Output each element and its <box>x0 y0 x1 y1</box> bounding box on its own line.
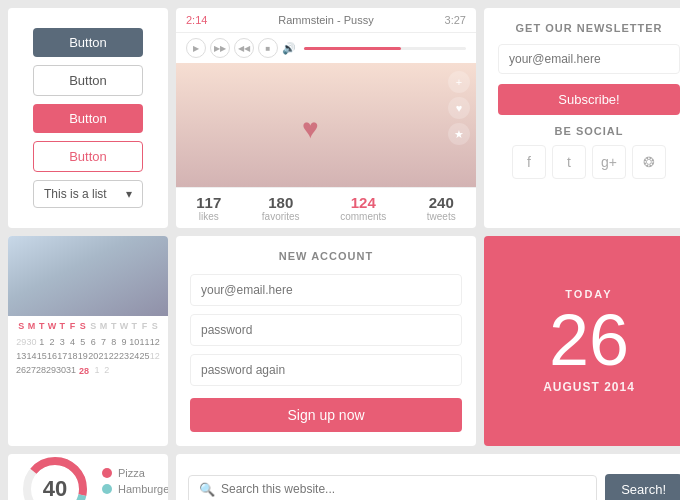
cal-8[interactable]: 8 <box>109 335 119 349</box>
calendar-image <box>8 236 168 316</box>
cal-hdr-s3: S <box>88 320 98 332</box>
subscribe-button[interactable]: Subscribe! <box>498 84 680 115</box>
legend-dot-hamburgers <box>102 484 112 494</box>
cal-14[interactable]: 14 <box>26 349 36 363</box>
donut-chart: 40 <box>20 454 90 500</box>
donut-number: 40 <box>43 476 67 500</box>
account-password-input[interactable] <box>190 314 462 346</box>
heart-icon: ♥ <box>302 113 319 145</box>
cal-23[interactable]: 23 <box>119 349 129 363</box>
progress-bar[interactable] <box>304 47 466 50</box>
cal-hdr-t3: T <box>109 320 119 332</box>
cal-12b[interactable]: 12 <box>150 349 160 363</box>
account-panel: NEW ACCOUNT Sign up now <box>176 236 476 446</box>
calendar-table: S M T W T F S S M T W T F S 29 30 1 2 <box>8 316 168 446</box>
cal-25[interactable]: 25 <box>139 349 149 363</box>
legend-item-pizza: Pizza 43% <box>102 467 168 479</box>
cal-30b[interactable]: 30 <box>56 363 66 379</box>
cal-16[interactable]: 16 <box>47 349 57 363</box>
cal-15[interactable]: 15 <box>37 349 47 363</box>
today-label: TODAY <box>565 288 612 300</box>
comments-label: comments <box>340 211 386 222</box>
cal-26[interactable]: 26 <box>16 363 26 379</box>
player-controls: ▶ ▶▶ ◀◀ ■ 🔊 <box>176 33 476 63</box>
cal-12[interactable]: 12 <box>150 335 160 349</box>
cal-row-2: 13 14 15 16 17 18 19 20 21 22 23 24 25 1… <box>16 349 160 363</box>
cal-2[interactable]: 2 <box>47 335 57 349</box>
buttons-panel: Button Button Button Button This is a li… <box>8 8 168 228</box>
cal-24[interactable]: 24 <box>129 349 139 363</box>
time-total: 3:27 <box>442 14 466 26</box>
cal-5[interactable]: 5 <box>78 335 88 349</box>
cal-4[interactable]: 4 <box>67 335 77 349</box>
newsletter-email-input[interactable] <box>498 44 680 74</box>
likes-count: 117 <box>196 194 221 211</box>
button-dark[interactable]: Button <box>33 28 143 57</box>
search-input[interactable] <box>221 482 586 496</box>
cal-hdr-s4: S <box>150 320 160 332</box>
cal-3[interactable]: 3 <box>57 335 67 349</box>
dropdown-button[interactable]: This is a list ▾ <box>33 180 143 208</box>
cal-10[interactable]: 10 <box>129 335 139 349</box>
next-button[interactable]: ▶▶ <box>210 38 230 58</box>
cal-highlighted[interactable]: 28 <box>76 363 92 379</box>
cal-30[interactable]: 30 <box>26 335 36 349</box>
time-current: 2:14 <box>186 14 210 26</box>
facebook-icon[interactable]: f <box>512 145 546 179</box>
account-title: NEW ACCOUNT <box>190 250 462 262</box>
button-outline-red[interactable]: Button <box>33 141 143 172</box>
dribbble-icon[interactable]: ❂ <box>632 145 666 179</box>
cal-7[interactable]: 7 <box>98 335 108 349</box>
cal-18[interactable]: 18 <box>67 349 77 363</box>
cal-28[interactable]: 28 <box>36 363 46 379</box>
cal-29[interactable]: 29 <box>16 335 26 349</box>
button-outline[interactable]: Button <box>33 65 143 96</box>
cal-hdr-s1: S <box>16 320 26 332</box>
today-month: AUGUST 2014 <box>543 380 635 394</box>
play-button[interactable]: ▶ <box>186 38 206 58</box>
twitter-icon[interactable]: t <box>552 145 586 179</box>
signup-button[interactable]: Sign up now <box>190 398 462 432</box>
googleplus-icon[interactable]: g+ <box>592 145 626 179</box>
cal-21[interactable]: 21 <box>98 349 108 363</box>
search-button[interactable]: Search! <box>605 474 680 501</box>
likes-stat: 117 likes <box>196 194 221 222</box>
cal-1b[interactable]: 1 <box>92 363 102 379</box>
cal-2b[interactable]: 2 <box>102 363 112 379</box>
cal-hdr-m1: M <box>26 320 36 332</box>
comments-stat: 124 comments <box>340 194 386 222</box>
calendar-panel: S M T W T F S S M T W T F S 29 30 1 2 <box>8 236 168 446</box>
cal-6[interactable]: 6 <box>88 335 98 349</box>
player-top-bar: 2:14 Rammstein - Pussy 3:27 <box>176 8 476 33</box>
like-action[interactable]: ♥ <box>448 97 470 119</box>
cal-22[interactable]: 22 <box>109 349 119 363</box>
cal-13[interactable]: 13 <box>16 349 26 363</box>
cal-20[interactable]: 20 <box>88 349 98 363</box>
legend-item-hamburgers: Hamburgers 9% <box>102 483 168 495</box>
account-email-input[interactable] <box>190 274 462 306</box>
cal-hdr-t2: T <box>57 320 67 332</box>
stop-button[interactable]: ■ <box>258 38 278 58</box>
today-panel: TODAY 26 AUGUST 2014 <box>484 236 680 446</box>
cal-hdr-m2: M <box>98 320 108 332</box>
button-red[interactable]: Button <box>33 104 143 133</box>
star-action[interactable]: ★ <box>448 123 470 145</box>
track-title: Rammstein - Pussy <box>216 14 436 26</box>
account-password-again-input[interactable] <box>190 354 462 386</box>
search-input-wrapper: 🔍 <box>188 475 597 501</box>
add-action[interactable]: + <box>448 71 470 93</box>
legend-label-hamburgers: Hamburgers <box>118 483 168 495</box>
cal-hdr-w2: W <box>119 320 129 332</box>
comments-count: 124 <box>340 194 386 211</box>
cal-27[interactable]: 27 <box>26 363 36 379</box>
cal-hdr-f1: F <box>67 320 77 332</box>
cal-19[interactable]: 19 <box>78 349 88 363</box>
cal-11[interactable]: 11 <box>139 335 149 349</box>
cal-17[interactable]: 17 <box>57 349 67 363</box>
cal-hdr-s2: S <box>78 320 88 332</box>
prev-button[interactable]: ◀◀ <box>234 38 254 58</box>
cal-29b[interactable]: 29 <box>46 363 56 379</box>
cal-1[interactable]: 1 <box>37 335 47 349</box>
cal-31[interactable]: 31 <box>66 363 76 379</box>
cal-9[interactable]: 9 <box>119 335 129 349</box>
